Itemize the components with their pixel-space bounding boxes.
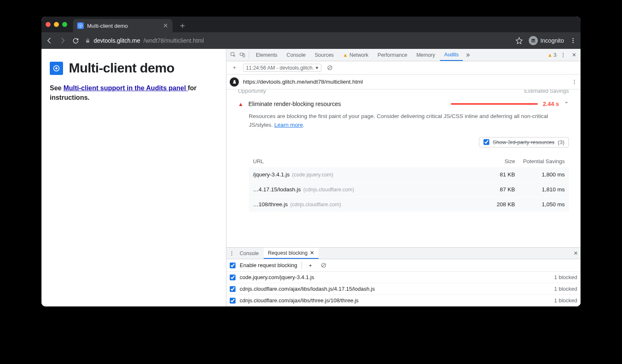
page-heading-text: Multi-client demo	[69, 60, 175, 76]
drawer-tab-request-blocking[interactable]: Request blocking ✕	[264, 248, 318, 259]
new-tab-button[interactable]: ＋	[178, 20, 187, 31]
page-link[interactable]: Multi-client support in the Audits panel	[63, 84, 188, 92]
third-party-toggle[interactable]: Show 3rd-party resources (3)	[479, 137, 569, 147]
devtools-drawer: Console Request blocking ✕ ✕ Enable requ…	[226, 247, 581, 306]
page-text-prefix: See	[50, 84, 63, 92]
address-bar: devtools.glitch.me/wndt78/multiclient.ht…	[41, 32, 581, 49]
devtools-panel: Elements Console Sources ▲Network Perfor…	[226, 49, 581, 306]
row-domain: (code.jquery.com)	[292, 172, 333, 178]
forward-button[interactable]	[59, 37, 66, 44]
tab-performance[interactable]: Performance	[374, 49, 412, 61]
drawer-menu-button[interactable]	[229, 251, 235, 256]
svg-point-19	[574, 83, 575, 84]
warning-icon: ▲	[343, 52, 348, 58]
page-logo-icon	[50, 62, 63, 75]
tab-favicon-icon	[77, 22, 84, 29]
back-button[interactable]	[46, 37, 53, 44]
svg-point-4	[534, 41, 535, 43]
report-selector[interactable]: 11:24:56 AM - devtools.glitch. ▾	[243, 64, 321, 72]
blocking-pattern-row[interactable]: cdnjs.cloudflare.com/ajax/libs/three.js/…	[226, 295, 581, 306]
devtools-menu-button[interactable]	[559, 51, 567, 59]
row-size: 87 KB	[478, 186, 515, 193]
window-controls	[46, 22, 67, 27]
page-viewport: Multi-client demo See Multi-client suppo…	[41, 49, 226, 306]
table-row[interactable]: …108/three.js(cdnjs.cloudflare.com) 208 …	[249, 197, 569, 212]
resources-table: URL Size Potential Savings /jquery-3.4.1…	[249, 156, 569, 212]
incognito-label: Incognito	[540, 37, 564, 44]
svg-point-18	[574, 81, 575, 82]
audit-url-row: https://devtools.glitch.me/wndt78/multic…	[226, 75, 581, 89]
third-party-checkbox[interactable]	[484, 139, 489, 145]
close-devtools-button[interactable]: ✕	[570, 51, 578, 59]
row-path: /jquery-3.4.1.js	[253, 171, 290, 178]
url-field[interactable]: devtools.glitch.me/wndt78/multiclient.ht…	[85, 37, 505, 44]
row-savings: 1,810 ms	[515, 186, 565, 193]
window-titlebar: Multi-client demo ✕ ＋	[41, 17, 581, 32]
blocking-pattern-row[interactable]: cdnjs.cloudflare.com/ajax/libs/lodash.js…	[226, 283, 581, 295]
col-url: URL	[253, 158, 478, 164]
svg-point-17	[574, 80, 575, 80]
page-paragraph: See Multi-client support in the Audits p…	[50, 83, 218, 102]
warning-count: 3	[554, 52, 556, 58]
remove-all-patterns-button[interactable]	[319, 261, 328, 270]
browser-window: Multi-client demo ✕ ＋ devtools.glitch.me…	[41, 17, 581, 306]
svg-point-15	[563, 56, 564, 57]
tab-elements[interactable]: Elements	[252, 49, 282, 61]
pattern-checkbox[interactable]	[230, 286, 236, 292]
drawer-tabs: Console Request blocking ✕ ✕	[226, 248, 581, 259]
blocking-pattern-row[interactable]: code.jquery.com/jquery-3.4.1.js 1 blocke…	[226, 272, 581, 283]
row-size: 208 KB	[478, 201, 515, 207]
pattern-text: cdnjs.cloudflare.com/ajax/libs/three.js/…	[240, 297, 359, 304]
close-drawer-button[interactable]: ✕	[573, 250, 578, 256]
svg-point-7	[573, 42, 574, 43]
url-path: /wndt78/multiclient.html	[143, 37, 204, 44]
row-domain: (cdnjs.cloudflare.com)	[290, 202, 341, 207]
tab-audits[interactable]: Audits	[440, 49, 463, 61]
add-pattern-button[interactable]: ＋	[306, 261, 315, 270]
close-window-button[interactable]	[46, 22, 51, 27]
close-tab-button[interactable]: ✕	[163, 22, 168, 29]
bookmark-button[interactable]	[515, 37, 523, 44]
chevron-up-icon: ⌃	[564, 101, 569, 107]
device-toolbar-button[interactable]	[238, 51, 246, 59]
warnings-indicator[interactable]: ▲ 3	[547, 52, 556, 58]
pattern-checkbox[interactable]	[230, 275, 236, 280]
svg-point-6	[573, 40, 574, 41]
opportunity-header: Opportunity Estimated Savings	[226, 89, 581, 97]
opportunity-description: Resources are blocking the first paint o…	[226, 111, 581, 131]
lighthouse-icon	[230, 77, 239, 87]
maximize-window-button[interactable]	[62, 22, 67, 27]
more-tabs-button[interactable]	[464, 51, 472, 59]
audits-toolbar: ＋ 11:24:56 AM - devtools.glitch. ▾	[226, 61, 581, 75]
tab-console[interactable]: Console	[282, 49, 310, 61]
inspect-element-button[interactable]	[229, 51, 237, 59]
blocking-patterns-list: code.jquery.com/jquery-3.4.1.js 1 blocke…	[226, 272, 581, 306]
warning-icon: ▲	[547, 52, 552, 58]
browser-tab[interactable]: Multi-client demo ✕	[73, 19, 173, 32]
drawer-tab-console[interactable]: Console	[236, 248, 263, 259]
minimize-window-button[interactable]	[54, 22, 59, 27]
svg-point-14	[563, 54, 564, 55]
lock-icon	[85, 38, 90, 43]
enable-blocking-checkbox[interactable]	[230, 263, 236, 268]
drawer-tab-blocking-label: Request blocking	[268, 250, 308, 256]
audit-menu-button[interactable]	[571, 79, 577, 85]
audit-url: https://devtools.glitch.me/wndt78/multic…	[243, 79, 363, 85]
table-row[interactable]: …4.17.15/lodash.js(cdnjs.cloudflare.com)…	[249, 182, 569, 197]
svg-point-3	[532, 41, 533, 43]
opportunity-row[interactable]: ▲ Eliminate render-blocking resources 2.…	[226, 97, 581, 111]
row-savings: 1,800 ms	[515, 171, 565, 178]
opportunity-title: Eliminate render-blocking resources	[248, 101, 341, 107]
browser-menu-button[interactable]	[570, 37, 576, 44]
tab-network[interactable]: ▲Network	[339, 49, 373, 61]
tab-memory[interactable]: Memory	[412, 49, 439, 61]
table-row[interactable]: /jquery-3.4.1.js(code.jquery.com) 81 KB …	[249, 167, 569, 182]
clear-audit-button[interactable]	[326, 63, 335, 72]
new-audit-button[interactable]: ＋	[230, 63, 239, 72]
pattern-checkbox[interactable]	[230, 298, 236, 304]
learn-more-link[interactable]: Learn more	[275, 122, 303, 128]
reload-button[interactable]	[72, 37, 79, 44]
audit-body: Opportunity Estimated Savings ▲ Eliminat…	[226, 89, 581, 247]
tab-sources[interactable]: Sources	[311, 49, 338, 61]
close-drawer-tab-button[interactable]: ✕	[310, 250, 314, 256]
